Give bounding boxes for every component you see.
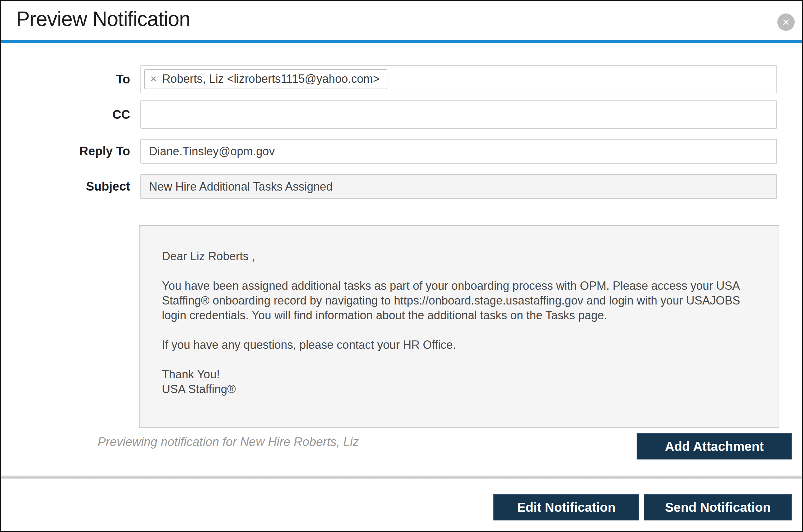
remove-recipient-icon[interactable]: ✕: [150, 75, 157, 83]
preview-note: Previewing notification for New Hire Rob…: [98, 435, 359, 449]
reply-to-row: Reply To: [1, 139, 777, 164]
recipient-chip-text: Roberts, Liz <lizroberts1115@yahoo.com>: [162, 72, 380, 86]
cc-input[interactable]: [140, 100, 777, 129]
cc-row: CC: [1, 100, 777, 129]
to-field[interactable]: ✕ Roberts, Liz <lizroberts1115@yahoo.com…: [140, 65, 777, 93]
to-row: To ✕ Roberts, Liz <lizroberts1115@yahoo.…: [1, 65, 777, 93]
header-accent-line: [1, 40, 802, 43]
footer-divider: [1, 476, 802, 479]
edit-notification-button[interactable]: Edit Notification: [493, 494, 639, 520]
recipient-chip: ✕ Roberts, Liz <lizroberts1115@yahoo.com…: [144, 69, 387, 89]
cc-label: CC: [1, 108, 130, 121]
dialog-title: Preview Notification: [16, 7, 190, 31]
subject-row: Subject: [1, 174, 777, 199]
edit-notification-label: Edit Notification: [517, 500, 616, 515]
close-icon: ✕: [782, 17, 790, 28]
send-notification-label: Send Notification: [665, 500, 771, 515]
close-button[interactable]: ✕: [777, 14, 795, 31]
send-notification-button[interactable]: Send Notification: [644, 494, 792, 520]
reply-to-input[interactable]: [140, 139, 777, 164]
add-attachment-label: Add Attachment: [665, 439, 764, 454]
preview-notification-dialog: Preview Notification ✕ To ✕ Roberts, Liz…: [0, 0, 803, 532]
to-label: To: [1, 73, 130, 86]
message-body-preview: Dear Liz Roberts , You have been assigne…: [140, 225, 779, 428]
reply-to-label: Reply To: [1, 145, 130, 158]
add-attachment-button[interactable]: Add Attachment: [637, 433, 792, 459]
subject-label: Subject: [1, 180, 130, 193]
subject-input[interactable]: [140, 174, 777, 199]
